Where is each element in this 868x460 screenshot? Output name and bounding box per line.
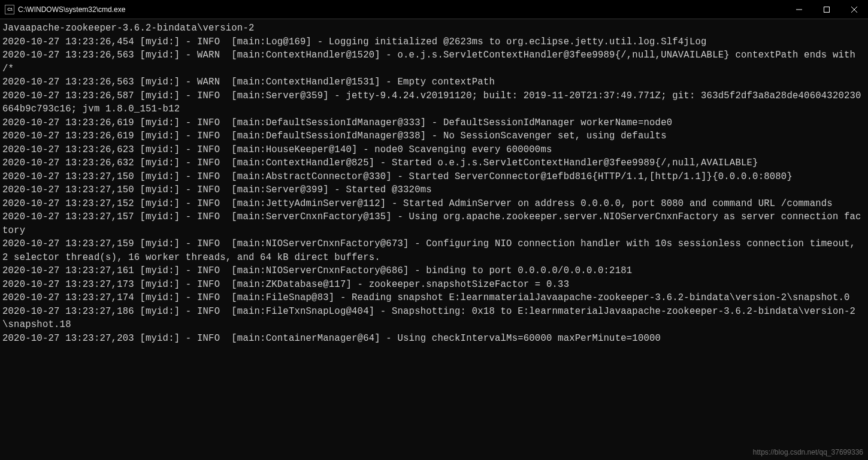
watermark-text: https://blog.csdn.net/qq_37699336 bbox=[753, 448, 863, 456]
cmd-icon: C:\ bbox=[5, 5, 14, 14]
window-title: C:\WINDOWS\system32\cmd.exe bbox=[18, 5, 125, 14]
minimize-button[interactable] bbox=[785, 0, 813, 19]
maximize-button[interactable] bbox=[813, 0, 840, 19]
window-titlebar: C:\ C:\WINDOWS\system32\cmd.exe bbox=[0, 0, 868, 19]
svg-rect-1 bbox=[824, 7, 830, 12]
close-icon bbox=[851, 7, 857, 13]
maximize-icon bbox=[824, 7, 830, 13]
console-output[interactable]: Javaapache-zookeeper-3.6.2-bindata\versi… bbox=[0, 19, 868, 347]
minimize-icon bbox=[796, 7, 802, 13]
close-button[interactable] bbox=[840, 0, 868, 19]
